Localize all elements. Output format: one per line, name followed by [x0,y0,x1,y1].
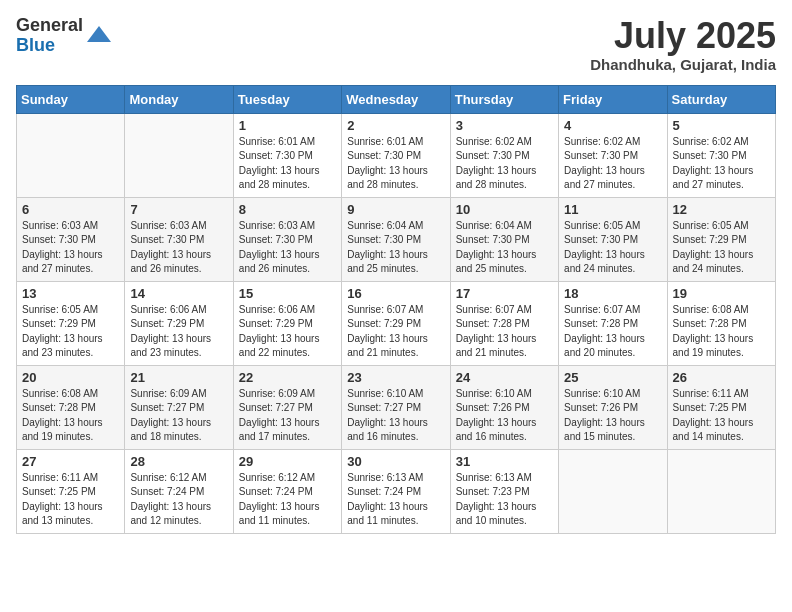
day-info: Sunrise: 6:11 AMSunset: 7:25 PMDaylight:… [673,387,770,445]
day-number: 29 [239,454,336,469]
day-number: 25 [564,370,661,385]
day-info: Sunrise: 6:06 AMSunset: 7:29 PMDaylight:… [130,303,227,361]
day-number: 13 [22,286,119,301]
calendar-cell: 17Sunrise: 6:07 AMSunset: 7:28 PMDayligh… [450,281,558,365]
location-subtitle: Dhandhuka, Gujarat, India [590,56,776,73]
day-info: Sunrise: 6:07 AMSunset: 7:29 PMDaylight:… [347,303,444,361]
day-info: Sunrise: 6:05 AMSunset: 7:29 PMDaylight:… [673,219,770,277]
day-number: 15 [239,286,336,301]
day-info: Sunrise: 6:07 AMSunset: 7:28 PMDaylight:… [456,303,553,361]
day-number: 20 [22,370,119,385]
day-info: Sunrise: 6:10 AMSunset: 7:27 PMDaylight:… [347,387,444,445]
calendar-cell: 14Sunrise: 6:06 AMSunset: 7:29 PMDayligh… [125,281,233,365]
day-info: Sunrise: 6:06 AMSunset: 7:29 PMDaylight:… [239,303,336,361]
calendar-cell [17,113,125,197]
day-number: 31 [456,454,553,469]
day-info: Sunrise: 6:03 AMSunset: 7:30 PMDaylight:… [239,219,336,277]
day-info: Sunrise: 6:01 AMSunset: 7:30 PMDaylight:… [347,135,444,193]
day-number: 16 [347,286,444,301]
day-of-week-header: Sunday [17,85,125,113]
calendar-week-row: 27Sunrise: 6:11 AMSunset: 7:25 PMDayligh… [17,449,776,533]
calendar-cell: 4Sunrise: 6:02 AMSunset: 7:30 PMDaylight… [559,113,667,197]
calendar-cell [559,449,667,533]
page-header: General Blue July 2025 Dhandhuka, Gujara… [16,16,776,73]
day-info: Sunrise: 6:04 AMSunset: 7:30 PMDaylight:… [456,219,553,277]
day-info: Sunrise: 6:09 AMSunset: 7:27 PMDaylight:… [130,387,227,445]
day-info: Sunrise: 6:08 AMSunset: 7:28 PMDaylight:… [673,303,770,361]
day-info: Sunrise: 6:05 AMSunset: 7:29 PMDaylight:… [22,303,119,361]
day-number: 2 [347,118,444,133]
day-info: Sunrise: 6:12 AMSunset: 7:24 PMDaylight:… [239,471,336,529]
day-info: Sunrise: 6:13 AMSunset: 7:23 PMDaylight:… [456,471,553,529]
day-number: 24 [456,370,553,385]
day-of-week-header: Wednesday [342,85,450,113]
day-number: 26 [673,370,770,385]
day-number: 5 [673,118,770,133]
day-info: Sunrise: 6:08 AMSunset: 7:28 PMDaylight:… [22,387,119,445]
svg-marker-0 [87,26,111,42]
day-of-week-header: Tuesday [233,85,341,113]
calendar-cell: 31Sunrise: 6:13 AMSunset: 7:23 PMDayligh… [450,449,558,533]
day-number: 10 [456,202,553,217]
day-info: Sunrise: 6:03 AMSunset: 7:30 PMDaylight:… [130,219,227,277]
day-number: 18 [564,286,661,301]
calendar-cell [125,113,233,197]
calendar-cell: 30Sunrise: 6:13 AMSunset: 7:24 PMDayligh… [342,449,450,533]
day-number: 1 [239,118,336,133]
day-number: 27 [22,454,119,469]
logo-blue: Blue [16,35,55,55]
day-number: 4 [564,118,661,133]
calendar-cell: 13Sunrise: 6:05 AMSunset: 7:29 PMDayligh… [17,281,125,365]
calendar-week-row: 1Sunrise: 6:01 AMSunset: 7:30 PMDaylight… [17,113,776,197]
calendar-cell: 27Sunrise: 6:11 AMSunset: 7:25 PMDayligh… [17,449,125,533]
day-number: 9 [347,202,444,217]
calendar-cell: 20Sunrise: 6:08 AMSunset: 7:28 PMDayligh… [17,365,125,449]
day-info: Sunrise: 6:07 AMSunset: 7:28 PMDaylight:… [564,303,661,361]
month-year-title: July 2025 [590,16,776,56]
calendar-cell: 28Sunrise: 6:12 AMSunset: 7:24 PMDayligh… [125,449,233,533]
day-of-week-header: Monday [125,85,233,113]
calendar-cell: 24Sunrise: 6:10 AMSunset: 7:26 PMDayligh… [450,365,558,449]
day-info: Sunrise: 6:02 AMSunset: 7:30 PMDaylight:… [456,135,553,193]
day-of-week-header: Saturday [667,85,775,113]
day-number: 28 [130,454,227,469]
calendar-cell: 1Sunrise: 6:01 AMSunset: 7:30 PMDaylight… [233,113,341,197]
calendar-cell: 18Sunrise: 6:07 AMSunset: 7:28 PMDayligh… [559,281,667,365]
day-info: Sunrise: 6:10 AMSunset: 7:26 PMDaylight:… [564,387,661,445]
day-number: 6 [22,202,119,217]
calendar-cell: 7Sunrise: 6:03 AMSunset: 7:30 PMDaylight… [125,197,233,281]
calendar-cell: 26Sunrise: 6:11 AMSunset: 7:25 PMDayligh… [667,365,775,449]
calendar-week-row: 13Sunrise: 6:05 AMSunset: 7:29 PMDayligh… [17,281,776,365]
calendar-cell: 3Sunrise: 6:02 AMSunset: 7:30 PMDaylight… [450,113,558,197]
day-number: 8 [239,202,336,217]
day-info: Sunrise: 6:12 AMSunset: 7:24 PMDaylight:… [130,471,227,529]
day-number: 11 [564,202,661,217]
day-number: 22 [239,370,336,385]
calendar-cell: 6Sunrise: 6:03 AMSunset: 7:30 PMDaylight… [17,197,125,281]
day-number: 21 [130,370,227,385]
day-info: Sunrise: 6:02 AMSunset: 7:30 PMDaylight:… [564,135,661,193]
calendar-cell: 8Sunrise: 6:03 AMSunset: 7:30 PMDaylight… [233,197,341,281]
logo-general: General [16,15,83,35]
calendar-cell: 19Sunrise: 6:08 AMSunset: 7:28 PMDayligh… [667,281,775,365]
calendar-week-row: 6Sunrise: 6:03 AMSunset: 7:30 PMDaylight… [17,197,776,281]
calendar-cell: 15Sunrise: 6:06 AMSunset: 7:29 PMDayligh… [233,281,341,365]
day-info: Sunrise: 6:11 AMSunset: 7:25 PMDaylight:… [22,471,119,529]
calendar-cell [667,449,775,533]
day-info: Sunrise: 6:03 AMSunset: 7:30 PMDaylight:… [22,219,119,277]
calendar-header-row: SundayMondayTuesdayWednesdayThursdayFrid… [17,85,776,113]
calendar-cell: 25Sunrise: 6:10 AMSunset: 7:26 PMDayligh… [559,365,667,449]
day-number: 14 [130,286,227,301]
day-info: Sunrise: 6:01 AMSunset: 7:30 PMDaylight:… [239,135,336,193]
calendar-cell: 11Sunrise: 6:05 AMSunset: 7:30 PMDayligh… [559,197,667,281]
calendar-table: SundayMondayTuesdayWednesdayThursdayFrid… [16,85,776,534]
day-number: 19 [673,286,770,301]
calendar-cell: 23Sunrise: 6:10 AMSunset: 7:27 PMDayligh… [342,365,450,449]
day-number: 12 [673,202,770,217]
calendar-cell: 21Sunrise: 6:09 AMSunset: 7:27 PMDayligh… [125,365,233,449]
logo: General Blue [16,16,113,56]
day-number: 7 [130,202,227,217]
day-info: Sunrise: 6:13 AMSunset: 7:24 PMDaylight:… [347,471,444,529]
calendar-cell: 16Sunrise: 6:07 AMSunset: 7:29 PMDayligh… [342,281,450,365]
calendar-cell: 9Sunrise: 6:04 AMSunset: 7:30 PMDaylight… [342,197,450,281]
